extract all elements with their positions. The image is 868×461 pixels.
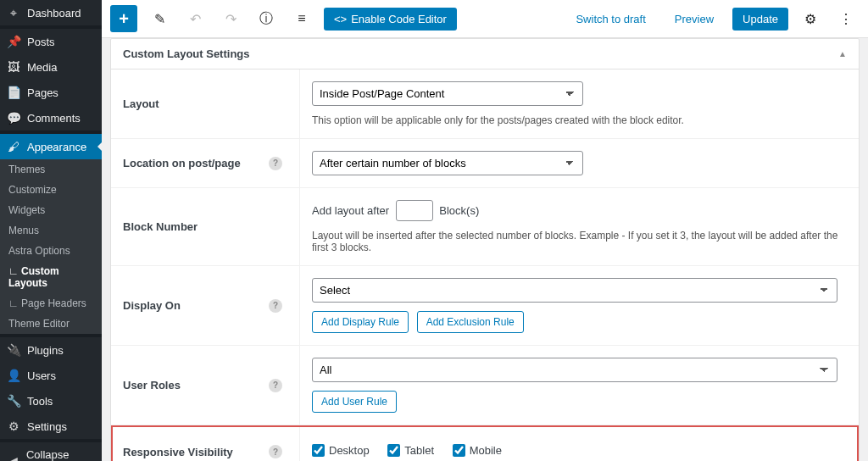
- subitem-theme-editor[interactable]: Theme Editor: [0, 314, 102, 334]
- desktop-checkbox[interactable]: [312, 444, 325, 457]
- editor-topbar: + ✎ ↶ ↷ ⓘ ≡ <>Enable Code Editor Switch …: [102, 0, 868, 38]
- block-number-input[interactable]: [396, 200, 433, 221]
- row-responsive-visibility: Responsive Visibility? Desktop Tablet Mo…: [111, 425, 859, 461]
- field-label: Responsive Visibility: [123, 446, 233, 458]
- text-after: Block(s): [439, 204, 479, 217]
- dashboard-icon: ⌖: [7, 6, 20, 19]
- collapse-icon: ◀: [7, 454, 19, 461]
- sidebar-item-label: Pages: [27, 86, 58, 99]
- sidebar-item-label: Posts: [27, 36, 55, 48]
- field-label: Block Number: [123, 220, 198, 233]
- help-icon[interactable]: ?: [269, 445, 282, 458]
- sidebar-item-users[interactable]: 👤Users: [0, 363, 102, 388]
- sidebar-item-label: Dashboard: [27, 7, 81, 19]
- mobile-checkbox-label[interactable]: Mobile: [453, 444, 502, 457]
- add-block-button[interactable]: +: [110, 5, 137, 32]
- add-display-rule-button[interactable]: Add Display Rule: [312, 311, 409, 333]
- row-layout: Layout Inside Post/Page Content This opt…: [111, 69, 859, 139]
- switch-to-draft-button[interactable]: Switch to draft: [565, 8, 655, 31]
- sidebar-item-label: Media: [27, 61, 57, 74]
- layout-select[interactable]: Inside Post/Page Content: [312, 81, 583, 106]
- panel-header[interactable]: Custom Layout Settings ▲: [111, 39, 859, 69]
- field-label: Layout: [123, 97, 159, 110]
- field-label: Display On: [123, 299, 181, 312]
- tablet-checkbox[interactable]: [387, 444, 400, 457]
- field-label: User Roles: [123, 379, 181, 392]
- display-on-select[interactable]: Select: [312, 278, 837, 303]
- sidebar-item-settings[interactable]: ⚙Settings: [0, 414, 102, 439]
- row-location: Location on post/page? After certain num…: [111, 139, 859, 188]
- subitem-customize[interactable]: Customize: [0, 180, 102, 200]
- row-block-number: Block Number Add layout after Block(s) L…: [111, 188, 859, 266]
- undo-icon[interactable]: ↶: [181, 5, 209, 32]
- subitem-page-headers[interactable]: ∟ Page Headers: [0, 293, 102, 314]
- help-icon[interactable]: ?: [269, 157, 282, 170]
- sidebar-item-label: Comments: [27, 112, 81, 125]
- enable-code-editor-button[interactable]: <>Enable Code Editor: [324, 8, 457, 31]
- comments-icon: 💬: [7, 111, 20, 125]
- subitem-custom-layouts[interactable]: ∟ Custom Layouts: [0, 261, 102, 293]
- collapse-icon: ▲: [838, 49, 847, 58]
- sidebar-item-label: Collapse menu: [26, 448, 95, 461]
- info-icon[interactable]: ⓘ: [253, 5, 280, 32]
- tablet-checkbox-label[interactable]: Tablet: [387, 444, 434, 457]
- panel-title: Custom Layout Settings: [123, 47, 250, 60]
- sidebar-item-label: Users: [27, 369, 56, 382]
- subitem-menus[interactable]: Menus: [0, 220, 102, 241]
- help-icon[interactable]: ?: [269, 379, 282, 392]
- sidebar-item-label: Plugins: [27, 344, 64, 357]
- field-description: Layout will be inserted after the select…: [312, 230, 847, 253]
- sidebar-item-label: Appearance: [27, 141, 86, 153]
- sidebar-item-dashboard[interactable]: ⌖Dashboard: [0, 0, 102, 25]
- sidebar-item-posts[interactable]: 📌Posts: [0, 29, 102, 54]
- row-user-roles: User Roles? All Add User Rule: [111, 346, 859, 425]
- text-before: Add layout after: [312, 204, 389, 217]
- settings-icon: ⚙: [7, 419, 20, 433]
- help-icon[interactable]: ?: [269, 299, 282, 313]
- gear-icon[interactable]: ⚙: [797, 5, 824, 32]
- users-icon: 👤: [7, 369, 20, 382]
- edit-icon[interactable]: ✎: [146, 5, 173, 32]
- field-description: This option will be applicable only for …: [312, 114, 847, 126]
- custom-layout-settings-panel: Custom Layout Settings ▲ Layout Inside P…: [110, 38, 860, 461]
- subitem-themes[interactable]: Themes: [0, 159, 102, 180]
- redo-icon[interactable]: ↷: [217, 5, 244, 32]
- subitem-astra-options[interactable]: Astra Options: [0, 241, 102, 261]
- plugins-icon: 🔌: [7, 343, 20, 357]
- field-label: Location on post/page: [123, 157, 241, 169]
- preview-button[interactable]: Preview: [665, 8, 724, 31]
- media-icon: 🖼: [7, 60, 20, 74]
- location-select[interactable]: After certain number of blocks: [312, 151, 583, 175]
- add-user-rule-button[interactable]: Add User Rule: [312, 391, 397, 413]
- sidebar-submenu: Themes Customize Widgets Menus Astra Opt…: [0, 159, 102, 334]
- sidebar-item-collapse[interactable]: ◀Collapse menu: [0, 442, 102, 461]
- desktop-checkbox-label[interactable]: Desktop: [312, 444, 370, 457]
- admin-sidebar: ⌖Dashboard 📌Posts 🖼Media 📄Pages 💬Comment…: [0, 0, 102, 461]
- user-roles-select[interactable]: All: [312, 358, 837, 382]
- more-icon[interactable]: ⋮: [832, 5, 860, 32]
- tools-icon: 🔧: [7, 394, 20, 408]
- posts-icon: 📌: [7, 35, 20, 48]
- mobile-checkbox[interactable]: [453, 444, 465, 457]
- sidebar-item-pages[interactable]: 📄Pages: [0, 80, 102, 105]
- row-display-on: Display On? Select Add Display Rule Add …: [111, 266, 859, 346]
- outline-icon[interactable]: ≡: [288, 5, 315, 32]
- sidebar-item-tools[interactable]: 🔧Tools: [0, 388, 102, 414]
- sidebar-item-comments[interactable]: 💬Comments: [0, 105, 102, 131]
- add-exclusion-rule-button[interactable]: Add Exclusion Rule: [417, 311, 524, 333]
- sidebar-item-label: Settings: [27, 420, 67, 433]
- sidebar-item-appearance[interactable]: 🖌Appearance: [0, 134, 102, 159]
- code-icon: <>: [334, 13, 347, 25]
- subitem-widgets[interactable]: Widgets: [0, 200, 102, 220]
- appearance-icon: 🖌: [7, 140, 20, 153]
- pages-icon: 📄: [7, 86, 20, 99]
- sidebar-item-media[interactable]: 🖼Media: [0, 54, 102, 80]
- update-button[interactable]: Update: [732, 8, 788, 31]
- sidebar-item-plugins[interactable]: 🔌Plugins: [0, 337, 102, 363]
- sidebar-item-label: Tools: [27, 395, 53, 408]
